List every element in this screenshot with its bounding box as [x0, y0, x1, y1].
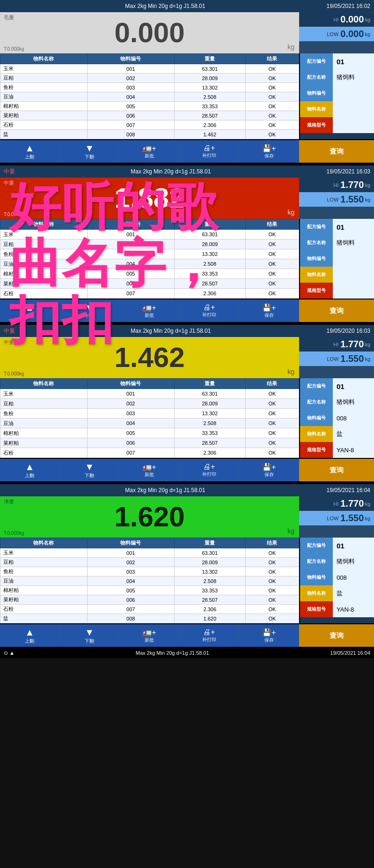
table-cell: OK — [245, 111, 299, 120]
table-cell: 2.508 — [174, 419, 245, 428]
btn-up-2[interactable]: ▲ 上翻 — [0, 299, 60, 322]
table-cell: 盐 — [0, 130, 88, 139]
btn-new-4[interactable]: 🚛+ 新批 — [120, 624, 180, 647]
btn-up-3[interactable]: ▲ 上翻 — [0, 459, 60, 481]
right-panel-1: HI 0.000 kg LOW 0.000 kg — [299, 12, 374, 53]
col-header-name-3: 物料名称 — [0, 379, 88, 389]
low-label-1: LOW — [327, 31, 338, 37]
btn-print-1[interactable]: 🖨+ 补打印 — [179, 140, 239, 163]
btn-print-4[interactable]: 🖨+ 补打印 — [179, 624, 239, 647]
info-label-4-4: 物料名称 — [300, 585, 333, 601]
low-unit-4: kg — [365, 516, 370, 521]
btn-new-1[interactable]: 🚛+ 新批 — [120, 140, 180, 163]
btn-query-2[interactable]: 查询 — [299, 299, 374, 322]
topbar-2: 中重 Max 2kg Min 20g d=1g J1.58.01 19/05/2… — [0, 165, 374, 178]
col-header-name-4: 物料名称 — [0, 538, 88, 548]
table-row: 豆粕00228.009OK — [0, 74, 299, 83]
hi-row-1: HI 0.000 kg — [299, 12, 374, 27]
btn-query-1[interactable]: 查询 — [299, 140, 374, 163]
btn-up-4[interactable]: ▲ 上翻 — [0, 624, 60, 647]
table-row: 棉籽粕00533.353OK — [0, 102, 299, 111]
btn-new-icon-2: 🚛+ — [142, 303, 156, 312]
btn-new-label-1: 新批 — [145, 153, 154, 159]
btn-print-2[interactable]: 🖨+ 补打印 — [179, 299, 239, 322]
btn-save-3[interactable]: 💾+ 保存 — [239, 459, 299, 481]
table-cell: OK — [245, 249, 299, 259]
info-value-1-5 — [333, 117, 374, 133]
topbar-4-right: 19/05/2021 16:04 — [327, 487, 370, 494]
btn-down-label-3: 下翻 — [85, 472, 94, 479]
low-unit-1: kg — [365, 31, 370, 37]
table-cell: 石粉 — [0, 289, 88, 299]
table-cell: 石粉 — [0, 120, 88, 130]
weight-value-3: 1.462 — [114, 344, 184, 372]
btn-down-2[interactable]: ▼ 下翻 — [60, 299, 120, 322]
info-label-1-3: 物料编号 — [300, 85, 333, 101]
table-cell: 28.507 — [174, 111, 245, 120]
table-cell: 2.306 — [174, 448, 245, 458]
btn-up-icon-4: ▲ — [25, 627, 35, 638]
btn-down-1[interactable]: ▼ 下翻 — [60, 140, 120, 163]
info-row-1-2: 配方名称 猪饲料 — [300, 69, 374, 85]
table-row: 鱼粉00313.302OK — [0, 409, 299, 419]
col-header-result-2: 结果 — [245, 219, 299, 230]
col-header-code-3: 物料编号 — [87, 379, 174, 389]
table-cell: OK — [245, 548, 299, 558]
low-value-2: 1.550 — [340, 194, 364, 205]
table-row: 玉米00163.301OK — [0, 548, 299, 558]
btn-down-4[interactable]: ▼ 下翻 — [60, 624, 120, 647]
table-cell: 菜籽粕 — [0, 279, 88, 289]
table-cell: 28.507 — [174, 438, 245, 448]
table-cell: 63.301 — [174, 230, 245, 239]
table-row: 菜籽粕00628.507OK — [0, 111, 299, 120]
table-cell: OK — [245, 586, 299, 595]
info-value-3-5: YAN-8 — [333, 442, 374, 458]
table-cell: 63.301 — [174, 548, 245, 558]
btn-save-4[interactable]: 💾+ 保存 — [239, 624, 299, 647]
col-header-weight-1: 重量 — [174, 54, 245, 64]
table-cell: 002 — [87, 399, 174, 409]
info-panel-1: 配方编号 01 配方名称 猪饲料 物料编号 物料名称 规格型号 — [299, 53, 374, 139]
btn-query-4[interactable]: 查询 — [299, 624, 374, 647]
table-cell: OK — [245, 102, 299, 111]
btn-save-2[interactable]: 💾+ 保存 — [239, 299, 299, 322]
info-label-4-5: 规格型号 — [300, 601, 333, 617]
topbar-1-center: Max 2kg Min 20g d=1g J1.58.01 — [125, 3, 205, 9]
low-label-2: LOW — [327, 197, 338, 202]
table-cell: OK — [245, 567, 299, 576]
hi-value-2: 1.770 — [340, 180, 364, 190]
table-row: 菜籽粕00628.507OK — [0, 595, 299, 605]
table-cell: 玉米 — [0, 548, 88, 558]
btn-down-label-1: 下翻 — [85, 154, 94, 160]
btn-new-3[interactable]: 🚛+ 新批 — [120, 459, 180, 481]
hi-value-1: 0.000 — [340, 14, 364, 25]
btn-new-icon-1: 🚛+ — [142, 144, 156, 153]
btn-query-3[interactable]: 查询 — [299, 459, 374, 481]
btn-save-1[interactable]: 💾+ 保存 — [239, 140, 299, 163]
panel-1: Max 2kg Min 20g d=1g J1.58.01 19/05/2021… — [0, 0, 374, 164]
btn-up-1[interactable]: ▲ 上翻 — [0, 140, 60, 163]
btn-down-3[interactable]: ▼ 下翻 — [60, 459, 120, 481]
btn-new-2[interactable]: 🚛+ 新批 — [120, 299, 180, 322]
info-label-2-1: 配方编号 — [300, 219, 333, 235]
hi-label-4: HI — [333, 501, 338, 507]
table-row: 石粉0072.306OK — [0, 605, 299, 614]
table-cell: 28.009 — [174, 399, 245, 409]
weight-unit-4: kg — [287, 527, 294, 535]
btn-up-label-1: 上翻 — [25, 154, 34, 160]
toolbar-3: ▲ 上翻 ▼ 下翻 🚛+ 新批 🖨+ 补打印 💾+ 保存 查询 — [0, 458, 374, 481]
btn-print-3[interactable]: 🖨+ 补打印 — [179, 459, 239, 481]
table-cell: 007 — [87, 289, 174, 299]
table-row: 盐0081.462OK — [0, 130, 299, 139]
subtare-2: T:0.000kg — [4, 212, 24, 217]
status-bar: ⊙ ▲ Max 2kg Min 20g d=1g J1.58.01 19/05/… — [0, 648, 374, 658]
table-cell: 玉米 — [0, 230, 88, 239]
table-cell: 2.306 — [174, 605, 245, 614]
table-cell: OK — [245, 239, 299, 249]
btn-save-icon-2: 💾+ — [262, 303, 276, 312]
table-cell: 豆油 — [0, 576, 88, 586]
table-row: 棉籽粕00533.353OK — [0, 586, 299, 595]
panel-3: 中重 Max 2kg Min 20g d=1g J1.58.01 19/05/2… — [0, 325, 374, 482]
table-cell: 008 — [87, 130, 174, 139]
info-label-3-4: 物料名称 — [300, 426, 333, 442]
